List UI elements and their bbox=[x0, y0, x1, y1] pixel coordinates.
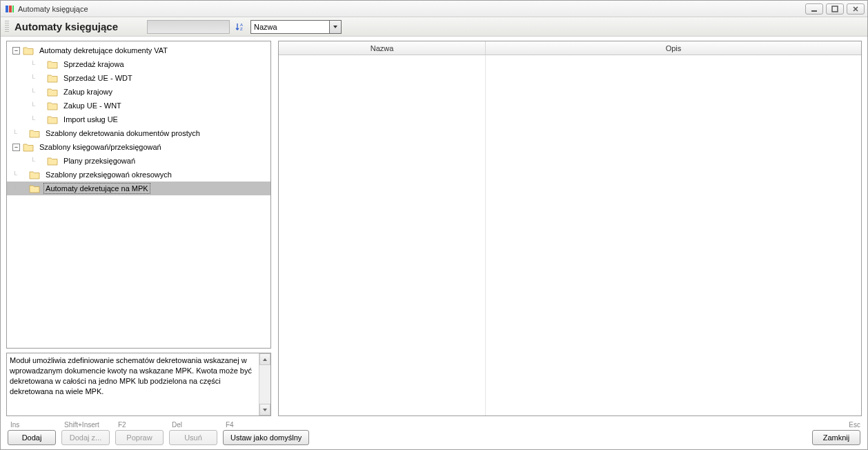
tree-item[interactable]: └Plany przeksięgowań bbox=[7, 154, 270, 168]
tree-expander-icon[interactable]: − bbox=[12, 144, 20, 151]
svg-text:Z: Z bbox=[240, 27, 243, 31]
folder-icon bbox=[47, 88, 58, 97]
folder-icon bbox=[23, 46, 34, 55]
folder-icon bbox=[47, 157, 58, 166]
tree-item-label: Sprzedaż krajowa bbox=[61, 59, 126, 70]
toolbar-grip bbox=[5, 21, 9, 33]
scroll-track[interactable] bbox=[259, 365, 270, 404]
tree-connector: └ bbox=[30, 75, 35, 82]
folder-icon bbox=[29, 184, 40, 193]
tree-expander-icon[interactable]: − bbox=[12, 47, 20, 55]
tree-connector: └ bbox=[12, 171, 17, 179]
tree-item[interactable]: └Szablony przeksięgowań okresowych bbox=[7, 168, 270, 182]
close-button[interactable] bbox=[847, 3, 865, 14]
hint-shift-insert: Shift+Insert bbox=[61, 421, 99, 429]
tree-item-label: Zakup krajowy bbox=[61, 86, 115, 97]
folder-icon bbox=[47, 60, 58, 69]
hint-ins: Ins bbox=[8, 421, 19, 429]
main-area: −Automaty dekretujące dokumenty VAT└Sprz… bbox=[1, 37, 867, 419]
filter-input[interactable] bbox=[147, 20, 230, 34]
tree-connector: └ bbox=[30, 88, 35, 96]
scroll-down-icon[interactable] bbox=[259, 404, 270, 415]
hint-f2: F2 bbox=[115, 421, 126, 429]
hint-esc: Esc bbox=[846, 421, 860, 429]
tree-item[interactable]: └Import usług UE bbox=[7, 112, 270, 126]
folder-icon bbox=[47, 115, 58, 124]
set-default-button[interactable]: Ustaw jako domyślny bbox=[223, 430, 309, 445]
maximize-button[interactable] bbox=[826, 3, 844, 14]
svg-rect-0 bbox=[6, 6, 8, 12]
titlebar: Automaty księgujące bbox=[1, 1, 867, 17]
tree-item[interactable]: └Sprzedaż UE - WDT bbox=[7, 71, 270, 85]
grid-panel: Nazwa Opis bbox=[278, 41, 862, 416]
tree-item-label: Szablony przeksięgowań okresowych bbox=[43, 169, 174, 180]
footer: Ins Dodaj Shift+Insert Dodaj z... F2 Pop… bbox=[1, 419, 867, 449]
page-heading: Automaty księgujące bbox=[14, 21, 118, 32]
tree-item-label: Sprzedaż UE - WDT bbox=[61, 72, 135, 84]
folder-icon bbox=[47, 101, 58, 110]
minimize-button[interactable] bbox=[805, 3, 823, 14]
tree-item-label: Zakup UE - WNT bbox=[61, 100, 124, 111]
tree-connector: └ bbox=[12, 185, 17, 193]
add-button[interactable]: Dodaj bbox=[8, 430, 56, 445]
edit-button[interactable]: Popraw bbox=[115, 430, 164, 445]
tree-connector: └ bbox=[12, 130, 17, 137]
tree-item-label: Szablony dekretowania dokumentów prostyc… bbox=[43, 128, 202, 139]
tree-item-label: Automaty dekretujące na MPK bbox=[43, 183, 150, 194]
folder-icon bbox=[47, 74, 58, 83]
folder-icon bbox=[29, 129, 40, 138]
window-title: Automaty księgujące bbox=[18, 5, 805, 13]
description-text: Moduł umożliwia zdefiniowanie schematów … bbox=[7, 353, 259, 415]
tree-connector: └ bbox=[30, 157, 35, 165]
sort-field-combo[interactable]: Nazwa bbox=[250, 20, 342, 34]
column-header-opis[interactable]: Opis bbox=[486, 41, 861, 55]
tree-connector: └ bbox=[30, 116, 35, 124]
tree-item-label: Szablony księgowań/przeksięgowań bbox=[37, 141, 164, 153]
app-icon bbox=[5, 4, 14, 14]
svg-rect-4 bbox=[832, 6, 838, 12]
column-header-nazwa[interactable]: Nazwa bbox=[279, 41, 486, 55]
svg-rect-1 bbox=[9, 6, 12, 12]
tree-item-label: Import usług UE bbox=[61, 114, 120, 125]
tree-item-label: Plany przeksięgowań bbox=[61, 155, 137, 166]
add-from-button[interactable]: Dodaj z... bbox=[61, 430, 110, 445]
tree-item[interactable]: └Zakup krajowy bbox=[7, 85, 270, 99]
chevron-down-icon[interactable] bbox=[329, 21, 341, 33]
tree-item[interactable]: −Automaty dekretujące dokumenty VAT bbox=[7, 43, 270, 57]
tree-connector: └ bbox=[30, 102, 35, 110]
tree-item[interactable]: −Szablony księgowań/przeksięgowań bbox=[7, 140, 270, 154]
folder-icon bbox=[23, 143, 34, 152]
hint-del: Del bbox=[169, 421, 182, 429]
svg-rect-2 bbox=[12, 6, 14, 12]
tree-item[interactable]: └Automaty dekretujące na MPK bbox=[7, 182, 270, 195]
hint-f4: F4 bbox=[223, 421, 234, 429]
scrollbar[interactable] bbox=[259, 353, 270, 415]
delete-button[interactable]: Usuń bbox=[169, 430, 217, 445]
toolbar: Automaty księgujące AZ Nazwa bbox=[1, 17, 867, 37]
sort-icon[interactable]: AZ bbox=[234, 21, 246, 33]
description-panel: Moduł umożliwia zdefiniowanie schematów … bbox=[6, 353, 271, 416]
tree-item[interactable]: └Szablony dekretowania dokumentów prosty… bbox=[7, 126, 270, 140]
scroll-up-icon[interactable] bbox=[259, 353, 270, 365]
tree-item[interactable]: └Zakup UE - WNT bbox=[7, 99, 270, 112]
tree-panel[interactable]: −Automaty dekretujące dokumenty VAT└Sprz… bbox=[6, 41, 271, 349]
tree-connector: └ bbox=[30, 61, 35, 68]
grid-header: Nazwa Opis bbox=[279, 41, 861, 55]
grid-body[interactable] bbox=[279, 55, 861, 415]
tree-item[interactable]: └Sprzedaż krajowa bbox=[7, 57, 270, 71]
close-dialog-button[interactable]: Zamknij bbox=[812, 430, 860, 445]
tree-item-label: Automaty dekretujące dokumenty VAT bbox=[37, 45, 170, 56]
sort-field-value: Nazwa bbox=[254, 23, 277, 31]
svg-rect-3 bbox=[811, 10, 817, 12]
folder-icon bbox=[29, 170, 40, 179]
